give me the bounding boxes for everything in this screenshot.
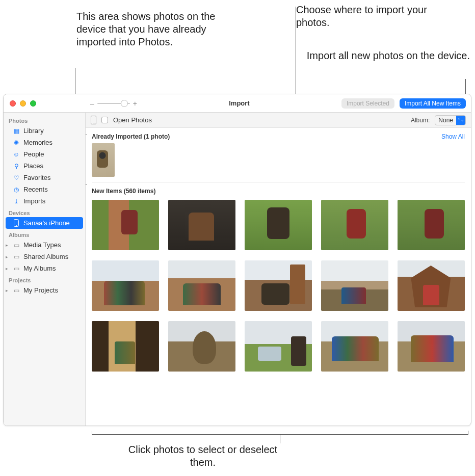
sidebar-item-label: Shared Albums <box>23 253 68 260</box>
import-selected-button[interactable]: Import Selected <box>341 98 394 109</box>
sidebar-item-memories[interactable]: ✺ Memories <box>4 137 85 148</box>
sidebar-item-label: Imports <box>23 197 45 205</box>
folder-icon: ▭ <box>13 253 20 260</box>
callout-select: Click photos to select or deselect them. <box>126 443 279 469</box>
library-icon: ▦ <box>13 127 20 135</box>
callout-already-imported: This area shows photos on the device tha… <box>76 10 219 48</box>
new-items-grid <box>92 200 465 372</box>
sidebar-item-media-types[interactable]: ▸ ▭ Media Types <box>4 239 85 251</box>
sidebar-item-library[interactable]: ▦ Library <box>4 125 85 137</box>
callout-import-all: Import all new photos on the device. <box>302 49 470 62</box>
sidebar-header-photos: Photos <box>4 115 85 125</box>
chevron-right-icon: ▸ <box>6 288 8 293</box>
photo-thumbnail[interactable] <box>321 260 388 311</box>
photo-thumbnail[interactable] <box>245 200 312 250</box>
photo-thumbnail[interactable] <box>92 200 159 250</box>
main-content: Open Photos Album: None ⌃⌄ Already Impor… <box>86 113 471 426</box>
imports-icon: ⤓ <box>13 198 20 205</box>
sidebar-header-projects: Projects <box>4 274 85 284</box>
import-all-new-button[interactable]: Import All New Items <box>400 98 466 109</box>
sidebar-item-label: Media Types <box>23 241 61 249</box>
svg-point-1 <box>16 225 17 226</box>
window-controls <box>4 100 85 107</box>
new-items-heading: New Items (560 items) <box>92 188 465 195</box>
photo-thumbnail[interactable] <box>92 260 159 311</box>
recents-icon: ◷ <box>13 186 20 193</box>
chevron-up-down-icon: ⌃⌄ <box>456 116 465 125</box>
callout-line <box>468 431 468 435</box>
photo-thumbnail[interactable] <box>398 321 465 372</box>
album-destination-select[interactable]: None ⌃⌄ <box>435 115 466 125</box>
sidebar-header-devices: Devices <box>4 207 85 217</box>
folder-icon: ▭ <box>13 242 20 249</box>
sidebar-item-favorites[interactable]: ♡ Favorites <box>4 172 85 183</box>
zoom-out-label: – <box>90 99 94 108</box>
photo-thumbnail[interactable] <box>245 321 312 372</box>
chevron-right-icon: ▸ <box>6 266 8 271</box>
sidebar-item-label: My Projects <box>23 286 58 294</box>
thumbnail-zoom-slider[interactable]: – + <box>90 99 137 108</box>
sidebar-item-my-albums[interactable]: ▸ ▭ My Albums <box>4 262 85 274</box>
photo-thumbnail[interactable] <box>398 200 465 250</box>
photo-thumbnail[interactable] <box>168 260 235 311</box>
zoom-slider[interactable] <box>97 99 130 108</box>
photo-thumbnail[interactable] <box>245 260 312 311</box>
already-imported-heading: Already Imported (1 photo) <box>92 133 170 140</box>
import-options-bar: Open Photos Album: None ⌃⌄ <box>86 113 471 128</box>
sidebar-item-imports[interactable]: ⤓ Imports <box>4 195 85 207</box>
sidebar-item-my-projects[interactable]: ▸ ▭ My Projects <box>4 284 85 296</box>
titlebar: – + Import Import Selected Import All Ne… <box>4 94 471 113</box>
sidebar-item-label: Sanaa’s iPhone <box>23 219 70 227</box>
callout-line <box>92 434 468 435</box>
sidebar-item-people[interactable]: ☺ People <box>4 148 85 160</box>
photo-thumbnail[interactable] <box>168 200 235 250</box>
open-photos-checkbox[interactable] <box>101 117 108 123</box>
callout-album-dest: Choose where to import your photos. <box>296 4 429 29</box>
sidebar-item-label: Memories <box>23 139 52 146</box>
places-icon: ⚲ <box>13 163 20 170</box>
iphone-icon <box>13 220 20 227</box>
photo-thumbnail[interactable] <box>321 321 388 372</box>
album-label: Album: <box>411 117 430 124</box>
sidebar-item-label: My Albums <box>23 265 56 272</box>
sidebar-item-shared-albums[interactable]: ▸ ▭ Shared Albums <box>4 251 85 262</box>
folder-icon: ▭ <box>13 265 20 272</box>
sidebar-header-albums: Albums <box>4 229 85 239</box>
sidebar-item-device[interactable]: Sanaa’s iPhone <box>6 217 83 229</box>
photos-window: – + Import Import Selected Import All Ne… <box>3 94 471 426</box>
window-title: Import <box>137 99 341 107</box>
maximize-window-button[interactable] <box>30 100 36 107</box>
chevron-right-icon: ▸ <box>6 243 8 248</box>
chevron-right-icon: ▸ <box>6 254 8 259</box>
photo-thumbnail[interactable] <box>92 143 115 177</box>
open-photos-label: Open Photos <box>113 116 152 124</box>
sidebar-item-label: Library <box>23 127 44 135</box>
album-selected-value: None <box>435 117 456 124</box>
favorites-icon: ♡ <box>13 174 20 181</box>
zoom-in-label: + <box>133 99 137 108</box>
callout-line <box>92 431 92 435</box>
people-icon: ☺ <box>13 151 20 158</box>
photo-thumbnail[interactable] <box>168 321 235 372</box>
sidebar-item-label: Recents <box>23 186 48 193</box>
sidebar-item-label: Places <box>23 162 43 170</box>
sidebar-item-label: Favorites <box>23 174 50 181</box>
photo-thumbnail[interactable] <box>398 260 465 311</box>
sidebar-item-recents[interactable]: ◷ Recents <box>4 183 85 195</box>
photo-thumbnail[interactable] <box>92 321 159 372</box>
sidebar-item-places[interactable]: ⚲ Places <box>4 160 85 172</box>
photo-thumbnail[interactable] <box>321 200 388 250</box>
memories-icon: ✺ <box>13 139 20 146</box>
already-imported-row <box>92 143 465 182</box>
minimize-window-button[interactable] <box>20 100 26 107</box>
import-content: Already Imported (1 photo) Show All New … <box>86 128 471 426</box>
close-window-button[interactable] <box>10 100 16 107</box>
device-icon <box>91 116 96 124</box>
callout-line <box>280 434 280 443</box>
folder-icon: ▭ <box>13 287 20 294</box>
sidebar: Photos ▦ Library ✺ Memories ☺ People ⚲ P… <box>4 113 86 426</box>
sidebar-item-label: People <box>23 150 44 158</box>
show-all-link[interactable]: Show All <box>441 133 465 140</box>
